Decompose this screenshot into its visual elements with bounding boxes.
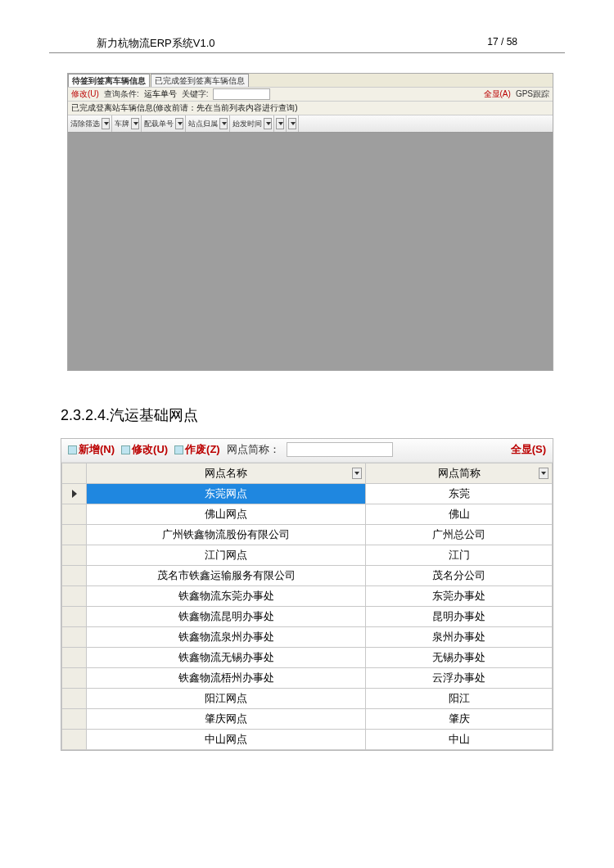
table-row[interactable]: 阳江网点阳江: [62, 689, 553, 709]
network-input[interactable]: [287, 442, 393, 457]
cell-short: 无锡办事处: [366, 648, 553, 668]
cell-name: 铁鑫物流昆明办事处: [87, 607, 366, 627]
row-indicator: [62, 545, 87, 566]
table-row[interactable]: 中山网点中山: [62, 730, 553, 750]
cell-short: 东莞: [366, 484, 553, 504]
row-header-corner: [62, 463, 87, 484]
cell-name: 江门网点: [87, 545, 366, 566]
col-header-name[interactable]: 网点名称: [87, 463, 366, 484]
modify-button[interactable]: 修改(U): [71, 88, 99, 100]
triangle-right-icon: [72, 490, 77, 498]
cell-name: 佛山网点: [87, 504, 366, 525]
cell-name: 铁鑫物流梧州办事处: [87, 668, 366, 689]
show-all-button[interactable]: 全显(A): [484, 88, 511, 100]
filter-group-site[interactable]: 站点归属: [186, 115, 230, 132]
chevron-down-icon[interactable]: [539, 468, 549, 479]
section-heading: 2.3.2.4.汽运基础网点: [61, 405, 565, 425]
filter-group-time[interactable]: 始发时间: [230, 115, 274, 132]
filter-loadno-label: 配载单号: [143, 119, 174, 129]
chevron-down-icon[interactable]: [288, 118, 296, 129]
row-indicator: [62, 607, 87, 627]
filter-plate-label: 车牌: [114, 119, 130, 129]
cell-short: 佛山: [366, 504, 553, 525]
erp-canvas: [68, 133, 553, 370]
tab-strip: 待签到签离车辆信息 已完成签到签离车辆信息: [68, 74, 553, 87]
filter-group-extra1[interactable]: [274, 115, 287, 132]
filter-group-clear[interactable]: 清除筛选: [68, 115, 112, 132]
col-header-short-text: 网点简称: [438, 467, 481, 479]
cell-name: 中山网点: [87, 730, 366, 750]
row-indicator: [62, 566, 87, 586]
filter-site-label: 站点归属: [187, 119, 219, 129]
row-indicator: [62, 504, 87, 525]
gps-button[interactable]: GPS跟踪: [516, 88, 549, 100]
keyword-input[interactable]: [213, 88, 270, 100]
col-header-short[interactable]: 网点简称: [366, 463, 553, 484]
table-row[interactable]: 铁鑫物流无锡办事处无锡办事处: [62, 648, 553, 668]
page-number: 17 / 58: [487, 36, 517, 51]
tab-pending[interactable]: 待签到签离车辆信息: [68, 74, 150, 87]
cell-name: 铁鑫物流无锡办事处: [87, 648, 366, 668]
filter-group-loadno[interactable]: 配载单号: [142, 115, 186, 132]
table-row[interactable]: 江门网点江门: [62, 545, 553, 566]
cell-name: 广州铁鑫物流股份有限公司: [87, 525, 366, 545]
row-indicator: [62, 484, 87, 504]
cell-short: 泉州办事处: [366, 627, 553, 648]
modify-button[interactable]: 修改(U): [121, 442, 168, 457]
cell-short: 茂名分公司: [366, 566, 553, 586]
cell-short: 阳江: [366, 689, 553, 709]
row-indicator: [62, 586, 87, 607]
show-all-button[interactable]: 全显(S): [511, 442, 546, 457]
cell-short: 云浮办事处: [366, 668, 553, 689]
cell-name: 东莞网点: [87, 484, 366, 504]
page-header: 新力杭物流ERP系统V1.0 17 / 58: [49, 36, 565, 53]
chevron-down-icon[interactable]: [175, 118, 183, 129]
chevron-down-icon[interactable]: [264, 118, 272, 129]
chevron-down-icon[interactable]: [102, 118, 110, 129]
query-label: 查询条件:: [104, 88, 139, 100]
row-indicator: [62, 648, 87, 668]
table-row[interactable]: 茂名市铁鑫运输服务有限公司茂名分公司: [62, 566, 553, 586]
void-button[interactable]: 作废(Z): [174, 442, 220, 457]
table-row[interactable]: 铁鑫物流泉州办事处泉州办事处: [62, 627, 553, 648]
add-button[interactable]: 新增(N): [68, 442, 115, 457]
chevron-down-icon[interactable]: [276, 118, 284, 129]
filter-group-extra2[interactable]: [287, 115, 299, 132]
modify-icon: [121, 445, 130, 454]
table-row[interactable]: 东莞网点东莞: [62, 484, 553, 504]
network-label: 网点简称：: [227, 442, 280, 457]
chevron-down-icon[interactable]: [219, 118, 228, 129]
cell-short: 昆明办事处: [366, 607, 553, 627]
network-table: 网点名称 网点简称 东莞网点东莞佛山网点佛山广州铁鑫物流股份有限公司广州总公司江…: [61, 463, 553, 750]
query-value: 运车单号: [144, 88, 177, 100]
tab-completed[interactable]: 已完成签到签离车辆信息: [151, 74, 249, 87]
cell-name: 茂名市铁鑫运输服务有限公司: [87, 566, 366, 586]
add-icon: [68, 445, 77, 454]
chevron-down-icon[interactable]: [352, 468, 362, 479]
table-row[interactable]: 广州铁鑫物流股份有限公司广州总公司: [62, 525, 553, 545]
cell-name: 铁鑫物流东莞办事处: [87, 586, 366, 607]
info-text: 已完成登离站车辆信息(修改前请：先在当前列表内容进行查询): [68, 102, 553, 115]
filter-clear-label: 清除筛选: [70, 119, 101, 129]
table-row[interactable]: 铁鑫物流东莞办事处东莞办事处: [62, 586, 553, 607]
table-row[interactable]: 肇庆网点肇庆: [62, 709, 553, 730]
row-indicator: [62, 709, 87, 730]
chevron-down-icon[interactable]: [131, 118, 139, 129]
doc-title: 新力杭物流ERP系统V1.0: [97, 36, 214, 51]
cell-name: 肇庆网点: [87, 709, 366, 730]
cell-name: 阳江网点: [87, 689, 366, 709]
table-row[interactable]: 铁鑫物流梧州办事处云浮办事处: [62, 668, 553, 689]
row-indicator: [62, 668, 87, 689]
cell-name: 铁鑫物流泉州办事处: [87, 627, 366, 648]
table-row[interactable]: 铁鑫物流昆明办事处昆明办事处: [62, 607, 553, 627]
table-row[interactable]: 佛山网点佛山: [62, 504, 553, 525]
keyword-label: 关键字:: [182, 88, 209, 100]
row-indicator: [62, 627, 87, 648]
row-indicator: [62, 730, 87, 750]
network-panel: 新增(N) 修改(U) 作废(Z) 网点简称： 全显(S) 网点名称: [61, 438, 553, 751]
filter-group-plate[interactable]: 车牌: [112, 115, 142, 132]
filter-toolbar: 清除筛选 车牌 配载单号 站点归属 始发时间: [68, 115, 553, 133]
row-indicator: [62, 689, 87, 709]
col-header-name-text: 网点名称: [205, 467, 247, 479]
cell-short: 江门: [366, 545, 553, 566]
